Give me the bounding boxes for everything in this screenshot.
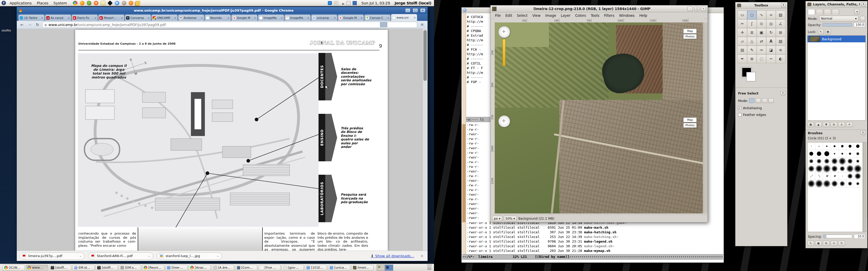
gimp-menu[interactable]: Layer [559, 13, 573, 18]
browser-tab[interactable]: www.uni × [391, 14, 417, 21]
dired-row[interactable]: -rwxr-xr-x 1 stolfilocal stolfilocal 253… [467, 235, 722, 239]
minimize-button[interactable]: – [405, 8, 410, 13]
app-launcher-icon[interactable] [107, 0, 113, 5]
antialiasing-checkbox[interactable]: ✔ [738, 106, 741, 110]
tray-icon[interactable] [340, 1, 344, 5]
browser-tab[interactable]: ✱ Canvas C × [364, 14, 391, 21]
duplicate-brush-button[interactable]: ⧉ [823, 241, 830, 246]
download-menu-chevron-icon[interactable]: ⌄ [217, 254, 219, 258]
canvas-vscrollbar[interactable] [704, 23, 708, 213]
app-launcher-icon[interactable] [101, 1, 105, 5]
tray-icon[interactable] [334, 1, 338, 5]
app-launcher-icon[interactable] [129, 1, 133, 5]
fedora-menu-icon[interactable]: f [2, 1, 6, 5]
browser-tab[interactable]: ◉ Google M × [231, 14, 257, 21]
gimp-menu[interactable]: Help [637, 13, 650, 18]
brush-item[interactable] [831, 158, 839, 165]
brush-item[interactable] [808, 150, 815, 158]
reload-button[interactable]: ↻ [34, 22, 40, 28]
brush-item[interactable] [839, 172, 846, 180]
layer-row-background[interactable]: Background [808, 36, 865, 42]
close-icon[interactable]: X [861, 2, 866, 6]
download-menu-chevron-icon[interactable]: ⌄ [148, 254, 150, 258]
app-launcher-icon[interactable] [73, 1, 78, 5]
dired-row[interactable]: -rwxr-xr-x 1 stolfilocal stolfilocal 970… [467, 239, 722, 244]
app-launcher-icon[interactable] [115, 1, 119, 5]
brush-item[interactable] [831, 165, 839, 172]
taskbar-window-button[interactable]: limeir... [351, 265, 374, 270]
tool-button[interactable] [757, 10, 766, 20]
mode-options-button[interactable] [860, 16, 865, 21]
taskbar-window-button[interactable]: [A áre... [212, 265, 234, 270]
toolbox-titlebar[interactable]: Toolbox X [736, 2, 787, 8]
tool-button[interactable] [747, 37, 757, 46]
dired-filename[interactable]: make-mark.sh [584, 226, 609, 230]
tab-close-icon[interactable]: × [201, 16, 203, 20]
chrome-menu-button[interactable]: ≡ [419, 22, 426, 28]
dired-filename[interactable]: make-mymap.sh [584, 249, 611, 253]
panel-menu[interactable]: Applications [7, 1, 34, 6]
brush-item[interactable] [823, 165, 831, 172]
maximize-button[interactable]: □ [694, 7, 699, 11]
panel-user-name[interactable]: Jorge Stolfi (local) [395, 1, 431, 5]
emacs-scrollbar[interactable] [462, 13, 466, 256]
brush-item[interactable] [823, 180, 831, 188]
brush-item[interactable] [815, 150, 823, 158]
tab-close-icon[interactable]: × [413, 16, 416, 20]
brush-item[interactable] [831, 142, 839, 150]
tool-button[interactable] [738, 46, 747, 55]
brush-item[interactable] [846, 158, 854, 165]
panel-clock[interactable]: Sun Jul 1, 03:29 [362, 1, 390, 5]
delete-brush-button[interactable]: ✕ [831, 241, 837, 246]
app-launcher-icon[interactable] [80, 1, 85, 5]
tool-button[interactable] [747, 10, 757, 20]
browser-tab[interactable]: W Andamar × [178, 14, 204, 21]
brush-item[interactable] [815, 142, 823, 150]
tab-close-icon[interactable]: × [334, 16, 336, 20]
lock-alpha-button[interactable]: ▦ [825, 29, 831, 34]
dired-row[interactable]: -rwxr-xr-x 1 stolfilocal stolfilocal 203… [467, 248, 722, 253]
gimp-menu[interactable]: Edit [503, 13, 515, 18]
tab-close-icon[interactable]: × [387, 16, 389, 20]
taskbar-window-button[interactable]: [unica... [328, 265, 350, 270]
tool-button[interactable] [766, 20, 776, 28]
taskbar-window-button[interactable]: [101E... [305, 265, 327, 270]
tool-button[interactable] [747, 46, 757, 55]
tool-button[interactable] [757, 37, 766, 46]
shelf-close-icon[interactable]: ✕ [420, 254, 424, 258]
tab-close-icon[interactable]: × [361, 16, 363, 20]
layer-action-button[interactable]: ✕ [846, 122, 853, 127]
taskbar-window-button[interactable]: [IC/W... [3, 265, 25, 270]
brush-item[interactable] [839, 150, 846, 158]
tool-button[interactable] [776, 46, 785, 55]
tool-button[interactable] [738, 37, 747, 46]
tool-button[interactable] [776, 10, 785, 20]
tool-button[interactable] [766, 46, 776, 55]
panel-menu[interactable]: System [51, 1, 69, 6]
panel-menu[interactable]: Places [34, 1, 51, 6]
feather-checkbox[interactable] [738, 113, 741, 116]
browser-tab[interactable]: UNICAMP × [151, 14, 178, 21]
show-all-downloads-link[interactable]: ⬇ Show all downloads... [371, 254, 414, 258]
tool-button[interactable] [766, 10, 776, 20]
gimp-menu[interactable]: Windows [617, 13, 637, 18]
browser-tab[interactable]: ImageMa × [258, 14, 284, 21]
brush-scrollbar[interactable] [863, 142, 866, 232]
gimp-menu[interactable]: File [493, 13, 503, 18]
taskbar-window-button[interactable]: [stolfi... [96, 265, 118, 270]
pdf-scrollbar[interactable] [423, 29, 428, 250]
app-launcher-icon[interactable] [87, 1, 91, 5]
browser-tab[interactable]: LN As cançõ × [45, 14, 71, 21]
tool-button[interactable] [738, 55, 747, 63]
minimize-button[interactable]: – [687, 7, 692, 11]
tab-close-icon[interactable]: × [121, 16, 123, 20]
tool-button[interactable] [747, 55, 757, 63]
lock-pixels-button[interactable]: ✎ [818, 29, 824, 34]
mode-replace-button[interactable] [749, 98, 754, 103]
brush-item[interactable] [808, 158, 815, 165]
tool-button[interactable] [766, 37, 776, 46]
forward-button[interactable]: → [27, 22, 33, 28]
tool-button[interactable] [738, 20, 747, 28]
browser-tab[interactable]: ▶ Dario Fo × [71, 14, 98, 21]
layer-mode-select[interactable]: Normal▾ [819, 16, 859, 22]
